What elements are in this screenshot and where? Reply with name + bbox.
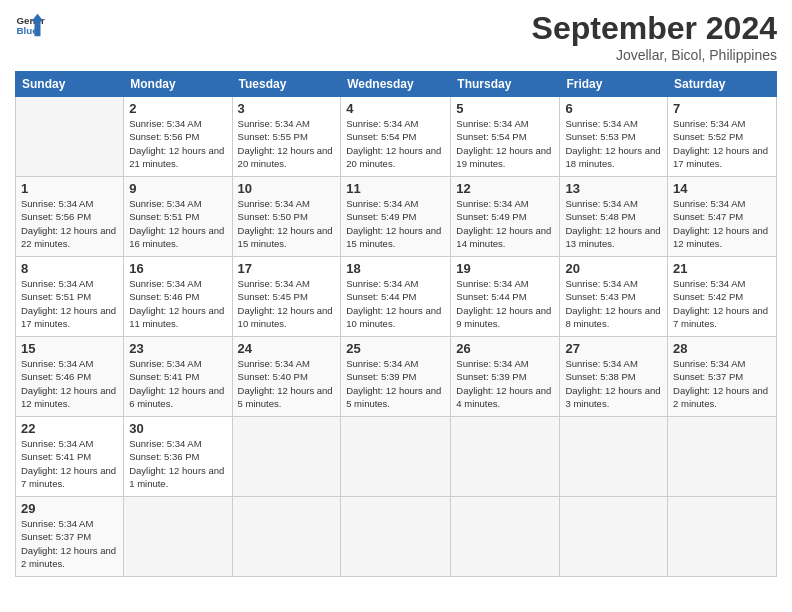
day-detail: Sunrise: 5:34 AMSunset: 5:56 PMDaylight:… xyxy=(129,117,226,170)
table-row: 18Sunrise: 5:34 AMSunset: 5:44 PMDayligh… xyxy=(341,257,451,337)
day-detail: Sunrise: 5:34 AMSunset: 5:50 PMDaylight:… xyxy=(238,197,336,250)
day-number: 7 xyxy=(673,101,771,116)
day-number: 17 xyxy=(238,261,336,276)
table-row xyxy=(560,417,668,497)
table-row xyxy=(560,497,668,577)
day-detail: Sunrise: 5:34 AMSunset: 5:46 PMDaylight:… xyxy=(21,357,118,410)
table-row xyxy=(451,417,560,497)
day-detail: Sunrise: 5:34 AMSunset: 5:37 PMDaylight:… xyxy=(673,357,771,410)
calendar-header-row: Sunday Monday Tuesday Wednesday Thursday… xyxy=(16,72,777,97)
table-row xyxy=(341,497,451,577)
day-detail: Sunrise: 5:34 AMSunset: 5:41 PMDaylight:… xyxy=(21,437,118,490)
col-tuesday: Tuesday xyxy=(232,72,341,97)
col-friday: Friday xyxy=(560,72,668,97)
table-row xyxy=(232,417,341,497)
day-number: 6 xyxy=(565,101,662,116)
table-row: 30Sunrise: 5:34 AMSunset: 5:36 PMDayligh… xyxy=(124,417,232,497)
calendar-week-row: 2Sunrise: 5:34 AMSunset: 5:56 PMDaylight… xyxy=(16,97,777,177)
day-detail: Sunrise: 5:34 AMSunset: 5:56 PMDaylight:… xyxy=(21,197,118,250)
day-detail: Sunrise: 5:34 AMSunset: 5:55 PMDaylight:… xyxy=(238,117,336,170)
day-number: 5 xyxy=(456,101,554,116)
day-detail: Sunrise: 5:34 AMSunset: 5:37 PMDaylight:… xyxy=(21,517,118,570)
table-row: 27Sunrise: 5:34 AMSunset: 5:38 PMDayligh… xyxy=(560,337,668,417)
col-saturday: Saturday xyxy=(668,72,777,97)
day-number: 16 xyxy=(129,261,226,276)
day-number: 27 xyxy=(565,341,662,356)
day-number: 22 xyxy=(21,421,118,436)
table-row: 11Sunrise: 5:34 AMSunset: 5:49 PMDayligh… xyxy=(341,177,451,257)
day-detail: Sunrise: 5:34 AMSunset: 5:47 PMDaylight:… xyxy=(673,197,771,250)
calendar-week-row: 15Sunrise: 5:34 AMSunset: 5:46 PMDayligh… xyxy=(16,337,777,417)
month-title: September 2024 xyxy=(532,10,777,47)
header: General Blue September 2024 Jovellar, Bi… xyxy=(15,10,777,63)
day-number: 11 xyxy=(346,181,445,196)
day-number: 19 xyxy=(456,261,554,276)
calendar-week-row: 1Sunrise: 5:34 AMSunset: 5:56 PMDaylight… xyxy=(16,177,777,257)
day-number: 9 xyxy=(129,181,226,196)
day-detail: Sunrise: 5:34 AMSunset: 5:36 PMDaylight:… xyxy=(129,437,226,490)
table-row xyxy=(16,97,124,177)
table-row: 22Sunrise: 5:34 AMSunset: 5:41 PMDayligh… xyxy=(16,417,124,497)
table-row: 28Sunrise: 5:34 AMSunset: 5:37 PMDayligh… xyxy=(668,337,777,417)
table-row: 9Sunrise: 5:34 AMSunset: 5:51 PMDaylight… xyxy=(124,177,232,257)
table-row: 7Sunrise: 5:34 AMSunset: 5:52 PMDaylight… xyxy=(668,97,777,177)
day-number: 25 xyxy=(346,341,445,356)
table-row: 17Sunrise: 5:34 AMSunset: 5:45 PMDayligh… xyxy=(232,257,341,337)
day-detail: Sunrise: 5:34 AMSunset: 5:42 PMDaylight:… xyxy=(673,277,771,330)
calendar-week-row: 29Sunrise: 5:34 AMSunset: 5:37 PMDayligh… xyxy=(16,497,777,577)
day-number: 10 xyxy=(238,181,336,196)
logo: General Blue xyxy=(15,10,49,40)
day-detail: Sunrise: 5:34 AMSunset: 5:52 PMDaylight:… xyxy=(673,117,771,170)
day-detail: Sunrise: 5:34 AMSunset: 5:39 PMDaylight:… xyxy=(346,357,445,410)
day-number: 24 xyxy=(238,341,336,356)
day-detail: Sunrise: 5:34 AMSunset: 5:38 PMDaylight:… xyxy=(565,357,662,410)
day-number: 8 xyxy=(21,261,118,276)
table-row: 24Sunrise: 5:34 AMSunset: 5:40 PMDayligh… xyxy=(232,337,341,417)
table-row: 2Sunrise: 5:34 AMSunset: 5:56 PMDaylight… xyxy=(124,97,232,177)
day-detail: Sunrise: 5:34 AMSunset: 5:51 PMDaylight:… xyxy=(21,277,118,330)
table-row: 19Sunrise: 5:34 AMSunset: 5:44 PMDayligh… xyxy=(451,257,560,337)
col-wednesday: Wednesday xyxy=(341,72,451,97)
day-detail: Sunrise: 5:34 AMSunset: 5:49 PMDaylight:… xyxy=(456,197,554,250)
day-number: 23 xyxy=(129,341,226,356)
table-row: 1Sunrise: 5:34 AMSunset: 5:56 PMDaylight… xyxy=(16,177,124,257)
table-row: 4Sunrise: 5:34 AMSunset: 5:54 PMDaylight… xyxy=(341,97,451,177)
col-monday: Monday xyxy=(124,72,232,97)
table-row: 29Sunrise: 5:34 AMSunset: 5:37 PMDayligh… xyxy=(16,497,124,577)
table-row: 5Sunrise: 5:34 AMSunset: 5:54 PMDaylight… xyxy=(451,97,560,177)
col-thursday: Thursday xyxy=(451,72,560,97)
day-detail: Sunrise: 5:34 AMSunset: 5:53 PMDaylight:… xyxy=(565,117,662,170)
table-row: 3Sunrise: 5:34 AMSunset: 5:55 PMDaylight… xyxy=(232,97,341,177)
day-number: 15 xyxy=(21,341,118,356)
table-row: 14Sunrise: 5:34 AMSunset: 5:47 PMDayligh… xyxy=(668,177,777,257)
calendar-table: Sunday Monday Tuesday Wednesday Thursday… xyxy=(15,71,777,577)
table-row: 23Sunrise: 5:34 AMSunset: 5:41 PMDayligh… xyxy=(124,337,232,417)
day-number: 29 xyxy=(21,501,118,516)
day-detail: Sunrise: 5:34 AMSunset: 5:48 PMDaylight:… xyxy=(565,197,662,250)
table-row xyxy=(451,497,560,577)
calendar-week-row: 22Sunrise: 5:34 AMSunset: 5:41 PMDayligh… xyxy=(16,417,777,497)
day-number: 4 xyxy=(346,101,445,116)
logo-icon: General Blue xyxy=(15,10,45,40)
day-detail: Sunrise: 5:34 AMSunset: 5:54 PMDaylight:… xyxy=(456,117,554,170)
day-detail: Sunrise: 5:34 AMSunset: 5:49 PMDaylight:… xyxy=(346,197,445,250)
table-row: 6Sunrise: 5:34 AMSunset: 5:53 PMDaylight… xyxy=(560,97,668,177)
table-row: 25Sunrise: 5:34 AMSunset: 5:39 PMDayligh… xyxy=(341,337,451,417)
day-detail: Sunrise: 5:34 AMSunset: 5:44 PMDaylight:… xyxy=(456,277,554,330)
day-detail: Sunrise: 5:34 AMSunset: 5:41 PMDaylight:… xyxy=(129,357,226,410)
table-row xyxy=(341,417,451,497)
page-container: General Blue September 2024 Jovellar, Bi… xyxy=(0,0,792,587)
day-detail: Sunrise: 5:34 AMSunset: 5:54 PMDaylight:… xyxy=(346,117,445,170)
day-number: 21 xyxy=(673,261,771,276)
day-detail: Sunrise: 5:34 AMSunset: 5:44 PMDaylight:… xyxy=(346,277,445,330)
table-row xyxy=(668,497,777,577)
table-row: 10Sunrise: 5:34 AMSunset: 5:50 PMDayligh… xyxy=(232,177,341,257)
day-number: 26 xyxy=(456,341,554,356)
table-row: 13Sunrise: 5:34 AMSunset: 5:48 PMDayligh… xyxy=(560,177,668,257)
day-number: 20 xyxy=(565,261,662,276)
day-number: 13 xyxy=(565,181,662,196)
table-row: 15Sunrise: 5:34 AMSunset: 5:46 PMDayligh… xyxy=(16,337,124,417)
day-number: 1 xyxy=(21,181,118,196)
title-block: September 2024 Jovellar, Bicol, Philippi… xyxy=(532,10,777,63)
table-row xyxy=(668,417,777,497)
